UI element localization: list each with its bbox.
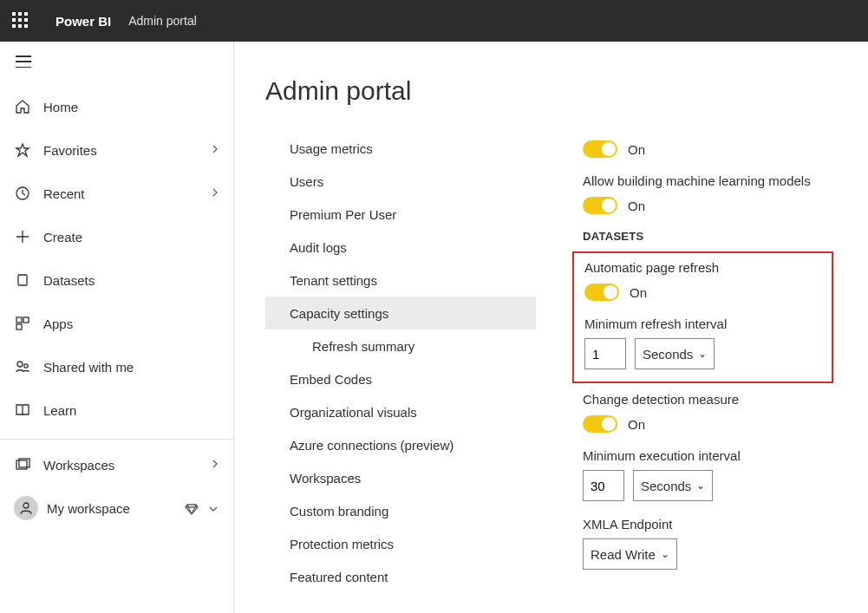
divider — [0, 439, 233, 440]
toggle-switch[interactable] — [583, 197, 617, 214]
settings-item-users[interactable]: Users — [265, 165, 536, 198]
sidebar-item-label: Workspaces — [43, 458, 211, 473]
sidebar-item-home[interactable]: Home — [0, 85, 233, 128]
settings-item-audit-logs[interactable]: Audit logs — [265, 231, 536, 264]
toggle-label: On — [628, 417, 645, 432]
brand-label: Power BI — [55, 14, 111, 29]
toggle-switch[interactable] — [583, 140, 617, 158]
sidebar-item-favorites[interactable]: Favorites — [0, 128, 233, 172]
apps-icon — [14, 315, 31, 332]
toggle-label: On — [630, 285, 647, 300]
sidebar: Home Favorites Recent Create Datasets — [0, 42, 234, 613]
settings-menu: Usage metrics Users Premium Per User Aud… — [265, 132, 536, 593]
chevron-down-icon: ⌄ — [696, 479, 705, 492]
page-title: Admin portal — [265, 76, 868, 106]
select-value: Seconds — [643, 347, 693, 362]
nav-toggle-button[interactable] — [0, 42, 233, 82]
sidebar-item-label: Favorites — [43, 143, 211, 158]
settings-item-workspaces[interactable]: Workspaces — [265, 461, 536, 494]
workspaces-icon — [14, 456, 31, 473]
sidebar-item-label: My workspace — [47, 501, 183, 516]
settings-item-premium-per-user[interactable]: Premium Per User — [265, 198, 536, 231]
auto-refresh-label: Automatic page refresh — [584, 260, 821, 275]
min-exec-label: Minimum execution interval — [583, 448, 868, 463]
star-icon — [14, 141, 31, 159]
xmla-endpoint-select[interactable]: Read Write ⌄ — [583, 538, 677, 570]
min-refresh-unit-select[interactable]: Seconds ⌄ — [635, 338, 715, 369]
database-icon — [14, 271, 31, 289]
chevron-right-icon — [211, 458, 219, 473]
plus-icon — [14, 228, 31, 245]
sidebar-item-workspaces[interactable]: Workspaces — [0, 443, 233, 486]
toggle-label: On — [628, 142, 645, 157]
avatar — [14, 496, 38, 520]
chevron-down-icon — [207, 501, 219, 516]
change-detect-label: Change detection measure — [583, 392, 868, 407]
min-refresh-input[interactable] — [584, 338, 626, 369]
sidebar-item-label: Home — [43, 100, 219, 114]
settings-item-embed-codes[interactable]: Embed Codes — [265, 362, 536, 395]
portal-label: Admin portal — [128, 14, 197, 28]
svg-point-5 — [17, 362, 23, 367]
select-value: Read Write — [591, 547, 656, 562]
allow-ml-label: Allow building machine learning models — [583, 173, 868, 188]
svg-point-6 — [24, 364, 28, 368]
sidebar-item-apps[interactable]: Apps — [0, 302, 233, 345]
sidebar-item-datasets[interactable]: Datasets — [0, 258, 233, 302]
settings-item-tenant-settings[interactable]: Tenant settings — [265, 264, 536, 297]
sidebar-item-my-workspace[interactable]: My workspace — [0, 486, 233, 530]
app-launcher-icon[interactable] — [12, 12, 29, 29]
svg-rect-1 — [18, 275, 27, 285]
book-icon — [14, 401, 31, 419]
xmla-label: XMLA Endpoint — [583, 517, 868, 531]
topbar: Power BI Admin portal — [0, 0, 868, 42]
people-icon — [14, 358, 31, 375]
svg-rect-3 — [23, 317, 29, 323]
premium-diamond-icon — [183, 499, 200, 517]
hamburger-icon — [16, 55, 31, 68]
sidebar-item-recent[interactable]: Recent — [0, 172, 233, 215]
highlight-annotation: Automatic page refresh On Minimum refres… — [572, 251, 833, 383]
svg-rect-4 — [16, 324, 22, 329]
sidebar-item-label: Shared with me — [43, 360, 219, 375]
toggle-switch[interactable] — [584, 284, 619, 301]
sidebar-item-learn[interactable]: Learn — [0, 388, 233, 432]
select-value: Seconds — [641, 479, 691, 493]
settings-item-usage-metrics[interactable]: Usage metrics — [265, 132, 536, 165]
sidebar-item-shared[interactable]: Shared with me — [0, 345, 233, 388]
svg-point-9 — [23, 503, 29, 508]
svg-rect-2 — [16, 317, 22, 323]
settings-item-capacity-settings[interactable]: Capacity settings — [265, 297, 536, 329]
chevron-right-icon — [211, 186, 219, 201]
chevron-down-icon: ⌄ — [661, 548, 669, 560]
settings-item-azure-connections[interactable]: Azure connections (preview) — [265, 428, 536, 461]
clock-icon — [14, 185, 31, 202]
settings-item-featured-content[interactable]: Featured content — [265, 560, 536, 593]
sidebar-item-label: Apps — [43, 316, 219, 331]
min-refresh-label: Minimum refresh interval — [584, 316, 821, 331]
settings-subitem-refresh-summary[interactable]: Refresh summary — [265, 329, 536, 362]
chevron-right-icon — [211, 143, 219, 158]
sidebar-item-label: Create — [43, 230, 219, 245]
home-icon — [14, 98, 31, 115]
sidebar-item-label: Recent — [43, 186, 211, 201]
chevron-down-icon: ⌄ — [698, 348, 707, 360]
min-exec-unit-select[interactable]: Seconds ⌄ — [633, 470, 713, 501]
datasets-section-header: DATASETS — [583, 230, 868, 243]
min-exec-input[interactable] — [583, 470, 624, 501]
content: Admin portal Usage metrics Users Premium… — [234, 42, 868, 613]
sidebar-item-label: Datasets — [43, 273, 219, 288]
settings-item-protection-metrics[interactable]: Protection metrics — [265, 527, 536, 560]
settings-pane: On Allow building machine learning model… — [536, 132, 868, 593]
settings-item-custom-branding[interactable]: Custom branding — [265, 494, 536, 527]
toggle-label: On — [628, 199, 645, 213]
sidebar-item-label: Learn — [43, 403, 219, 418]
sidebar-item-create[interactable]: Create — [0, 215, 233, 258]
settings-item-org-visuals[interactable]: Organizational visuals — [265, 395, 536, 428]
toggle-switch[interactable] — [583, 415, 617, 433]
